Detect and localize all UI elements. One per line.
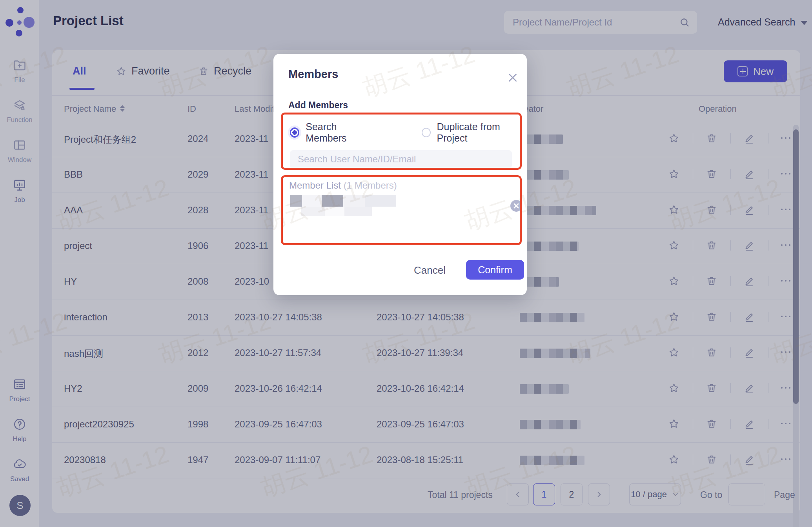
member-list-label: Member List (1 Members) xyxy=(289,180,397,191)
member-entry-redacted xyxy=(301,207,372,216)
radio-duplicate-from-project[interactable] xyxy=(422,128,431,137)
add-members-label: Add Members xyxy=(288,100,348,111)
confirm-button[interactable]: Confirm xyxy=(466,260,524,280)
radio-search-members-label[interactable]: Search Members xyxy=(306,121,375,144)
radio-search-members[interactable] xyxy=(290,127,299,138)
radio-duplicate-label[interactable]: Duplicate from Project xyxy=(437,121,527,144)
modal-title: Members xyxy=(288,68,338,81)
remove-member-icon[interactable] xyxy=(510,200,522,212)
member-count: (1 Members) xyxy=(344,180,397,191)
members-modal: Members Add Members Search Members Dupli… xyxy=(273,54,527,295)
member-entry-redacted xyxy=(290,195,396,207)
screen: { "app": { "accent_color": "#5a57e3", "a… xyxy=(0,0,812,527)
cancel-button[interactable]: Cancel xyxy=(414,264,446,276)
member-source-radios: Search Members Duplicate from Project xyxy=(290,121,527,144)
close-icon[interactable] xyxy=(507,72,519,84)
member-search-input[interactable] xyxy=(290,150,512,168)
